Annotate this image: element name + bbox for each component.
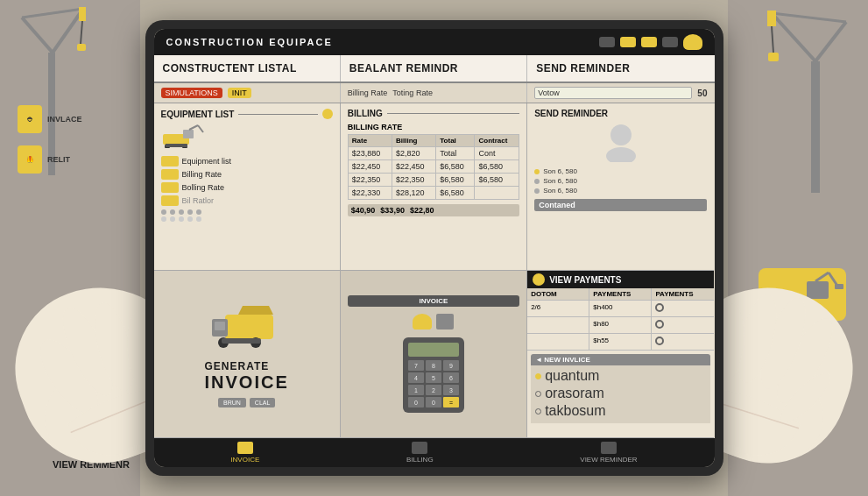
sidebar-item-relit[interactable]: 🦺 RELIT [18,145,82,174]
radio-3[interactable] [535,408,541,415]
calc-key-1[interactable]: 1 [408,385,424,395]
sub-col3-input[interactable]: Votow [534,87,692,99]
pr-3-col3 [652,334,714,350]
svg-point-43 [606,147,636,162]
svg-line-41 [198,125,203,132]
radio-1[interactable] [535,373,541,379]
col-rate: Rate [348,135,392,147]
eq-label-3: Bolling Rate [182,183,225,192]
equipment-rows: Equipment list Billing Rate Bolling Rate… [161,156,333,206]
br-3-billing: $22,350 [392,174,436,187]
gen-buttons: BRUN CLAL [218,398,275,407]
helmet-top-icon [683,34,702,50]
br-1-total: Total [436,147,475,160]
tb-icon-4 [662,37,678,47]
main-content: EQUIPMENT LIST [154,103,715,438]
radio-2[interactable] [535,391,541,397]
payments-col-3: PAYMENTS [652,288,714,300]
header-col2[interactable]: BEALANT REMINDR [341,55,527,81]
eq-icon-2 [161,169,179,180]
header-dash [238,114,317,115]
eq-icon-4 [161,195,179,206]
contracted-label: Contaned [534,199,707,211]
svg-line-1 [22,18,53,53]
belting-rate-label: Billing Rate [348,89,388,97]
sub-tag-yellow[interactable]: INIT [228,88,251,98]
calc-keypad: 7 8 9 4 5 6 1 2 3 0 0 = [408,360,459,407]
eq-label-1: Equipment list [182,157,232,166]
gear-icon-3 [655,337,664,345]
eq-header-icon [322,109,333,119]
pr-1-col2: $h400 [589,301,652,316]
calc-key-5[interactable]: 5 [426,372,441,383]
contact-2: Son 6, 580 [534,177,707,185]
calc-key-7[interactable]: 7 [408,360,424,371]
bottom-nav: INVOICE BILLING VIEW REMINDER [154,438,715,467]
calc-key-eq[interactable]: = [443,397,459,407]
bottom-nav-invoice[interactable]: INVOICE [230,442,259,464]
tb-icon-1 [599,37,615,47]
generate-invoice-panel[interactable]: GENERATE INVOICE BRUN CLAL [154,271,341,438]
calc-key-8[interactable]: 8 [426,360,441,371]
calc-key-9[interactable]: 9 [443,360,459,371]
gen-btn-1[interactable]: BRUN [218,398,246,407]
eq-row-4: Bil Ratlor [161,195,333,206]
ni-label-2: orasoram [545,386,604,401]
calc-key-0b[interactable]: 0 [426,397,441,407]
billing-row-1: $23,880 $2,820 Total Cont [348,147,519,160]
calculator-body[interactable]: 7 8 9 4 5 6 1 2 3 0 0 = [403,337,464,413]
calc-key-0a[interactable]: 0 [408,397,424,407]
calc-key-4[interactable]: 4 [408,372,424,383]
svg-rect-7 [811,61,820,193]
mini-excavator [161,124,333,152]
contact-dot-3 [534,188,540,194]
contact-name-2: Son 6, 580 [543,177,577,185]
payments-header[interactable]: VIEW PAYMENTS [527,271,714,288]
sub-header: SIMULATIONS INIT Billing Rate Toting Rat… [154,83,715,103]
svg-line-19 [815,273,829,281]
header-col1[interactable]: CONSTRUCTENT LISTAL [154,55,341,81]
br-2-contract: $6,580 [475,160,519,174]
svg-line-9 [815,22,846,61]
header-col3[interactable]: SEND REMINDER [527,55,714,81]
billing-row-2: $22,450 $22,450 $6,580 $6,580 [348,160,519,174]
calc-top-icons [413,314,454,329]
top-bar: CONSTRUCTION EQUIPACE [154,29,715,55]
billing-dash [387,113,519,114]
tb-icon-3 [641,37,657,47]
ni-option-1: quantum [535,368,706,384]
calc-key-2[interactable]: 2 [426,385,441,395]
calc-key-6[interactable]: 6 [443,372,459,383]
bottom-nav-billing[interactable]: BILLING [406,442,434,464]
tb-icon-2 [620,37,636,47]
total-billing: $40,90 [351,206,376,215]
payments-col-1: DOTOM [527,288,589,300]
br-2-rate: $22,450 [348,160,392,174]
br-3-rate: $22,350 [348,174,392,187]
bottom-invoice-label: INVOICE [230,456,259,464]
payment-row-1: 2/6 $h400 [527,301,714,317]
svg-rect-13 [768,53,779,61]
helmet-sidebar-icon: ⛑ [18,105,42,133]
payments-col-headers: DOTOM PAYMENTS PAYMENTS [527,288,714,301]
svg-rect-11 [767,11,776,26]
contact-name-3: Son 6, 580 [543,187,577,195]
svg-rect-44 [225,315,273,339]
sidebar-invoice-label: INVLACE [47,115,82,124]
sidebar-item-invoice[interactable]: ⛑ INVLACE [18,105,82,133]
pr-2-col2: $h80 [589,317,652,333]
cert-icon [436,314,454,329]
contact-icon-wrapper [534,123,707,162]
gen-btn-2[interactable]: CLAL [250,398,276,407]
calc-display [408,343,459,357]
send-reminder-title: SEND REMINDER [534,109,608,118]
bottom-nav-reminder[interactable]: VIEW REMINDER [580,442,637,464]
eq-row-3: Bolling Rate [161,182,333,193]
ni-label-1: quantum [545,368,599,384]
new-invoice-header-btn[interactable]: ◄ NEW INVLICE [531,354,710,365]
payments-col-2: PAYMENTS [589,288,652,300]
contact-1: Son 6, 580 [534,167,707,175]
simulation-tag[interactable]: SIMULATIONS [161,88,222,98]
calc-key-3[interactable]: 3 [443,385,459,395]
ni-option-2: orasoram [535,386,706,401]
